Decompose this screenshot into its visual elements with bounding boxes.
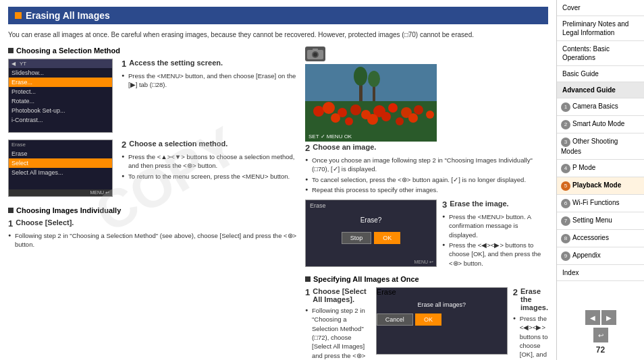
specifying-step2-num: 2: [513, 287, 518, 311]
svg-point-10: [350, 104, 361, 115]
erase-all-dialog-container: Erase Erase all images? Cancel OK: [376, 287, 508, 360]
sidebar-item-p-mode[interactable]: 4P Mode: [557, 160, 644, 177]
bottom-left-spacer: [8, 275, 298, 360]
nav-prev-btn[interactable]: ◀: [585, 310, 600, 325]
sidebar-item-preliminary[interactable]: Preliminary Notes and Legal Information: [557, 16, 644, 41]
erase-all-ok-btn[interactable]: OK: [415, 313, 441, 326]
section3-bullet1: Once you choose an image following step …: [305, 156, 548, 174]
specifying-step1-num: 1: [305, 287, 310, 303]
svg-text:SET ✓ MENU OK: SET ✓ MENU OK: [308, 133, 352, 140]
left-column: Choosing a Selection Method ◀ YT Slidesh…: [8, 47, 298, 272]
menu-header: ◀ YT: [9, 59, 112, 68]
sidebar-accessories-label: Accessories: [572, 234, 609, 241]
sidebar-item-cover[interactable]: Cover: [557, 0, 644, 16]
sidebar-setting-menu-label: Setting Menu: [572, 216, 612, 224]
step2-header: 2 Choose a selection method.: [122, 140, 298, 150]
sidebar-item-other-shooting[interactable]: 3Other Shooting Modes: [557, 133, 644, 160]
erase-menu-screenshot: Erase Erase Select Select All Images... …: [8, 140, 113, 197]
nav-back-btn[interactable]: ↩: [593, 328, 608, 342]
sidebar-item-smart-auto[interactable]: 2Smart Auto Mode: [557, 116, 644, 133]
section2-header: Choosing Images Individually: [8, 206, 298, 214]
dialog-footer: MENU ↩: [411, 258, 436, 266]
page-title: Erasing All Images: [8, 7, 548, 24]
section3-bullet3: Repeat this process to specify other ima…: [305, 185, 548, 194]
section3-bullet2: To cancel selection, press the <⊛> butto…: [305, 175, 548, 184]
specifying-section: Specifying All Images at Once 1 Choose […: [305, 275, 548, 360]
sidebar-preliminary-label: Preliminary Notes and Legal Information: [562, 20, 628, 36]
section3-num: 2: [305, 143, 310, 153]
num-badge-1: 1: [561, 102, 570, 112]
specifying-step1-bullet: Following step 2 in "Choosing a Selectio…: [305, 306, 371, 360]
svg-point-17: [331, 113, 340, 123]
specifying-step2-bullet: Press the <◀><▶> buttons to choose [OK],…: [513, 314, 548, 360]
sidebar-wifi-label: Wi-Fi Functions: [572, 199, 619, 206]
sidebar-item-index[interactable]: Index: [557, 265, 644, 281]
step2-bullet2: To return to the menu screen, press the …: [122, 172, 298, 181]
svg-point-16: [426, 111, 434, 119]
sidebar-item-playback[interactable]: 5Playback Mode: [557, 177, 644, 195]
svg-rect-3: [313, 49, 318, 51]
specifying-title: Specifying All Images at Once: [313, 275, 419, 283]
sidebar-item-accessories[interactable]: 8Accessories: [557, 230, 644, 247]
step2-title: Choose a selection method.: [129, 140, 227, 150]
num-badge-3: 3: [561, 138, 570, 147]
step1-bullet1: Press the <MENU> button, and then choose…: [122, 71, 298, 90]
num-badge-5: 5: [561, 181, 570, 191]
sidebar-item-setting-menu[interactable]: 7Setting Menu: [557, 212, 644, 230]
specifying-step2-text: 2 Erase the images. Press the <◀><▶> but…: [513, 287, 548, 360]
erase-all-cancel-btn[interactable]: Cancel: [377, 313, 413, 326]
erase-all-dialog: Erase Erase all images? Cancel OK: [376, 287, 508, 355]
svg-point-8: [323, 102, 335, 114]
section4-with-dialog: Erase Erase? Stop OK MENU ↩ 3 Erase the …: [305, 200, 548, 272]
section2-step1-content: 1 Choose [Select]. Following step 2 in "…: [8, 218, 298, 249]
main-content: Erasing All Images You can erase all ima…: [0, 0, 556, 360]
specifying-marker: [305, 276, 311, 282]
section2-title: Choosing Images Individually: [16, 206, 121, 214]
dialog-stop-btn[interactable]: Stop: [342, 232, 372, 244]
erase-menu-container: Erase Erase Select Select All Images... …: [8, 140, 116, 200]
sidebar-item-advanced-guide[interactable]: Advanced Guide: [557, 82, 644, 98]
specifying-header: Specifying All Images at Once: [305, 275, 548, 283]
section3-header: 2 Choose an image.: [305, 143, 548, 153]
specifying-step1: 1 Choose [Select All Images]. Following …: [305, 287, 371, 360]
section2-step1-title: Choose [Select].: [16, 218, 74, 229]
nav-arrows: ◀ ▶: [585, 310, 616, 325]
section1-title: Choosing a Selection Method: [16, 47, 120, 55]
nav-next-btn[interactable]: ▶: [601, 310, 616, 325]
erase-label: Erase: [9, 140, 112, 149]
svg-point-20: [381, 112, 391, 121]
menu-item-slideshow: Slideshow...: [9, 68, 112, 78]
sidebar-item-wifi[interactable]: 6Wi-Fi Functions: [557, 195, 644, 212]
erase-all-buttons: Cancel OK: [377, 313, 507, 326]
sidebar-item-appendix[interactable]: 9Appendix: [557, 247, 644, 265]
flower-image-container: SET ✓ MENU OK: [305, 64, 548, 143]
step2-num: 2: [122, 140, 126, 150]
erase-item-erase: Erase: [9, 149, 112, 158]
sidebar-playback-label: Playback Mode: [572, 181, 621, 189]
erase-dialog-container: Erase Erase? Stop OK MENU ↩: [305, 200, 437, 272]
sidebar-smart-auto-label: Smart Auto Mode: [572, 120, 624, 127]
erase-all-body: Erase all images?: [377, 296, 507, 313]
sidebar-item-contents[interactable]: Contents: Basic Operations: [557, 41, 644, 66]
erase-dialog: Erase Erase? Stop OK MENU ↩: [305, 200, 437, 267]
section4-num: 3: [442, 200, 447, 210]
step1-title: Access the setting screen.: [129, 59, 223, 69]
section1-content: ◀ YT Slideshow... Erase... Protect... Ro…: [8, 59, 298, 133]
specifying-step2-header: 2 Erase the images.: [513, 287, 548, 311]
sidebar-item-camera-basics[interactable]: 1Camera Basics: [557, 98, 644, 116]
svg-point-22: [408, 113, 418, 123]
menu-tab-yt: YT: [20, 61, 26, 67]
section1-marker: [8, 48, 14, 53]
dialog-ok-btn[interactable]: OK: [374, 232, 400, 244]
sidebar-appendix-label: Appendix: [572, 251, 601, 259]
section2-step1-header: 1 Choose [Select].: [8, 218, 298, 229]
section4-title: Erase the image.: [450, 200, 508, 210]
sidebar-contents-label: Contents: Basic Operations: [562, 45, 610, 61]
step1-header: 1 Access the setting screen.: [122, 59, 298, 69]
section2-step1-num: 1: [8, 218, 13, 229]
erase-all-title: Erase: [377, 288, 507, 296]
erase-item-all: Select All Images...: [9, 168, 112, 177]
svg-point-19: [367, 114, 378, 125]
specifying-step2: Erase Erase all images? Cancel OK 2: [376, 287, 548, 360]
sidebar-item-basic-guide[interactable]: Basic Guide: [557, 66, 644, 82]
